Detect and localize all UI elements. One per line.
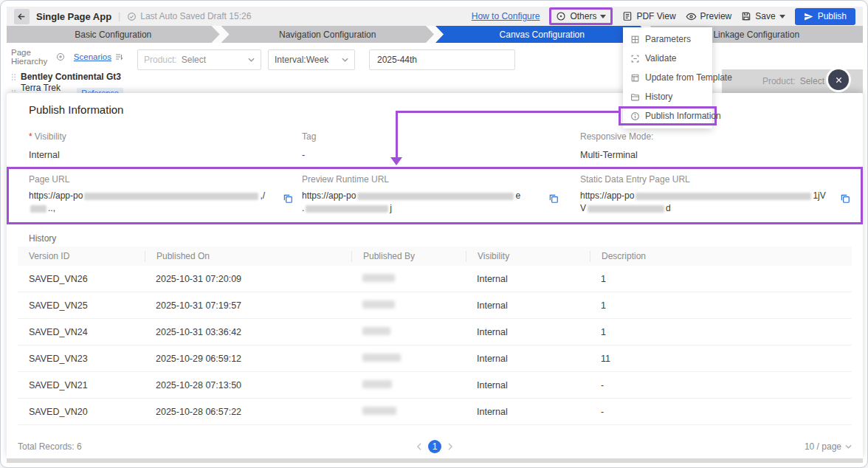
save-button[interactable]: Save — [741, 11, 785, 21]
close-icon — [835, 76, 843, 84]
product-select[interactable]: Product: Select — [137, 49, 261, 70]
total-records-label: Total Records: 6 — [18, 441, 82, 452]
chevron-down-icon — [342, 58, 348, 62]
redacted-text — [357, 193, 514, 200]
others-label: Others — [570, 11, 596, 21]
page-size-select[interactable]: 10 / page — [805, 441, 852, 452]
preview-runtime-url-value: https://app-poe .j — [302, 190, 541, 215]
save-disk-icon — [741, 11, 751, 21]
chevron-down-icon — [600, 15, 606, 21]
table-header: Version ID Published On Published By Vis… — [18, 247, 852, 266]
tag-label: Tag — [302, 131, 545, 142]
column-published-on: Published On — [145, 251, 351, 262]
menu-item-update-from-template[interactable]: Update from Template — [623, 68, 712, 87]
step-canvas-configuration[interactable]: Canvas Configuration — [435, 26, 649, 43]
preview-label: Preview — [700, 11, 732, 21]
table-row: SAVED_VN232025-10-29 06:59:12 Internal11 — [18, 345, 852, 372]
chevron-down-icon — [248, 58, 255, 62]
responsive-mode-value: Multi-Terminal — [580, 150, 824, 160]
copy-icon[interactable] — [840, 193, 850, 207]
panel-title: Publish Information — [29, 103, 123, 116]
redacted-text — [306, 205, 388, 213]
eye-icon — [686, 11, 697, 22]
info-circle-icon — [630, 111, 640, 121]
settings-circle-icon — [556, 11, 566, 21]
menu-item-parameters[interactable]: Parameters — [623, 30, 712, 49]
table-row: SAVED_VN242025-10-31 03:36:42 Internal1 — [18, 319, 852, 345]
redacted-text — [30, 205, 46, 213]
redacted-text — [362, 380, 392, 388]
menu-item-history[interactable]: History — [623, 87, 712, 106]
redacted-text — [588, 205, 664, 213]
week-field — [369, 49, 515, 70]
publish-button[interactable]: Publish — [795, 8, 855, 25]
paper-plane-icon — [804, 12, 813, 21]
interval-select[interactable]: Interval:Week — [268, 49, 355, 70]
history-table: Version ID Published On Published By Vis… — [18, 247, 852, 425]
close-button[interactable] — [828, 69, 849, 90]
scenarios-link[interactable]: Scenarios — [74, 52, 111, 61]
visibility-label: Visibility — [35, 131, 66, 142]
pdf-view-button[interactable]: PDF View — [622, 11, 675, 21]
list-view-icon[interactable] — [114, 52, 123, 61]
pdf-view-label: PDF View — [636, 11, 675, 21]
static-data-entry-url-value: https://app-po1jV Vd — [580, 190, 833, 215]
step-navigation-configuration[interactable]: Navigation Configuration — [221, 26, 435, 43]
product-value: Select — [800, 76, 824, 86]
history-section-label: History — [29, 233, 56, 244]
autosave-status: Last Auto Saved Draft 15:26 — [127, 11, 251, 21]
others-button[interactable]: Others — [549, 7, 613, 25]
redacted-text — [636, 193, 811, 200]
product-label: Product: — [762, 76, 796, 86]
menu-item-validate[interactable]: Validate — [623, 49, 712, 68]
drag-handle-icon[interactable] — [11, 73, 16, 81]
publish-label: Publish — [818, 11, 847, 21]
redacted-text — [362, 300, 395, 309]
week-input[interactable] — [376, 54, 509, 66]
check-circle-icon — [127, 12, 137, 21]
next-page-icon[interactable] — [447, 443, 453, 450]
previous-page-icon[interactable] — [416, 443, 422, 450]
page-number-button[interactable]: 1 — [428, 440, 441, 453]
page-hierarchy-label: Page Hierarchy — [11, 48, 53, 66]
menu-item-publish-information[interactable]: Publish Information — [619, 106, 717, 125]
static-data-entry-url-label: Static Data Entry Page URL — [580, 174, 850, 185]
chevron-down-icon — [779, 15, 785, 21]
chevron-down-icon — [845, 444, 852, 449]
copy-icon[interactable] — [548, 193, 559, 207]
grid-icon — [630, 35, 640, 44]
copy-icon[interactable] — [283, 193, 293, 207]
preview-button[interactable]: Preview — [686, 11, 732, 22]
table-row: SAVED_VN252025-10-31 07:19:57 Internal1 — [18, 292, 852, 319]
page-url-value: https://app-po,/ .., — [29, 190, 275, 215]
static-data-entry-url-field: Static Data Entry Page URL https://app-p… — [580, 174, 850, 215]
column-description: Description — [590, 251, 852, 262]
save-label: Save — [755, 11, 775, 21]
preview-runtime-url-field: Preview Runtime URL https://app-poe .j — [302, 174, 559, 215]
table-row: SAVED_VN212025-10-28 07:13:50 Internal- — [18, 372, 852, 399]
folder-icon — [630, 92, 640, 102]
column-visibility: Visibility — [466, 251, 590, 262]
plus-circle-icon[interactable] — [56, 52, 65, 61]
interval-select-value: Interval:Week — [275, 55, 328, 65]
page-hierarchy-sidebar: Page Hierarchy Scenarios Bentley Contine… — [7, 43, 128, 93]
page-title: Single Page App — [36, 11, 111, 22]
back-button[interactable] — [14, 9, 30, 24]
page-url-field: Page URL https://app-po,/ .., — [29, 174, 293, 215]
redacted-text — [362, 407, 396, 415]
title-separator: | — [118, 11, 120, 21]
redacted-text — [362, 354, 401, 362]
required-marker: * — [29, 131, 32, 142]
app-window: Single Page App | Last Auto Saved Draft … — [0, 0, 868, 468]
how-to-configure-link[interactable]: How to Configure — [472, 11, 540, 21]
document-icon — [622, 11, 633, 21]
url-section-highlight: Page URL https://app-po,/ .., Preview Ru… — [7, 167, 863, 224]
workspace: Page Hierarchy Scenarios Bentley Contine… — [7, 43, 863, 463]
table-row: SAVED_VN202025-10-28 06:57:22 Internal- — [18, 399, 852, 425]
tag-value: - — [302, 150, 545, 160]
column-version-id: Version ID — [18, 251, 145, 262]
step-basic-configuration[interactable]: Basic Configuration — [7, 26, 220, 43]
tag-field: Tag - — [302, 131, 545, 160]
responsive-mode-label: Responsive Mode: — [580, 131, 824, 142]
page-size-label: 10 / page — [805, 441, 841, 452]
